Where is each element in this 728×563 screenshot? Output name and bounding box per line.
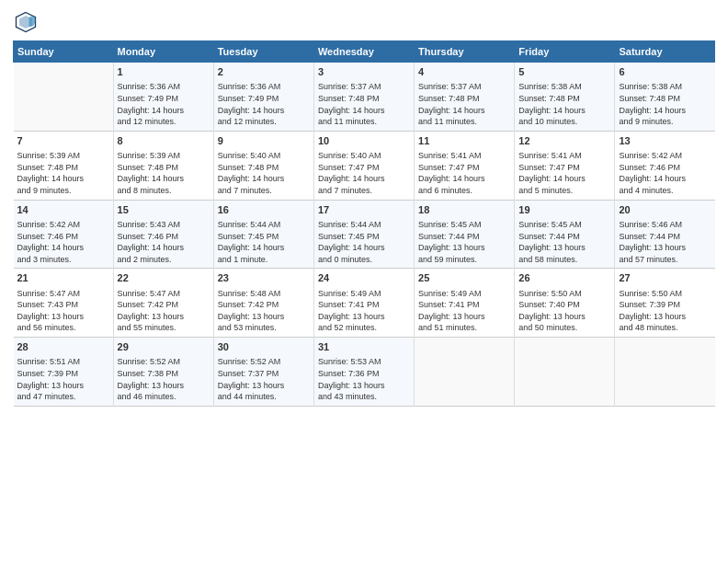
week-row-3: 14Sunrise: 5:42 AM Sunset: 7:46 PM Dayli… bbox=[14, 200, 715, 269]
calendar-cell: 10Sunrise: 5:40 AM Sunset: 7:47 PM Dayli… bbox=[313, 131, 414, 200]
cell-content: Sunrise: 5:41 AM Sunset: 7:47 PM Dayligh… bbox=[418, 150, 510, 196]
calendar-cell: 23Sunrise: 5:48 AM Sunset: 7:42 PM Dayli… bbox=[213, 269, 313, 338]
calendar-cell: 27Sunrise: 5:50 AM Sunset: 7:39 PM Dayli… bbox=[615, 269, 715, 338]
calendar-cell: 7Sunrise: 5:39 AM Sunset: 7:48 PM Daylig… bbox=[14, 131, 114, 200]
header-day-tuesday: Tuesday bbox=[213, 41, 313, 63]
calendar-cell: 20Sunrise: 5:46 AM Sunset: 7:44 PM Dayli… bbox=[615, 200, 715, 269]
cell-content: Sunrise: 5:42 AM Sunset: 7:46 PM Dayligh… bbox=[17, 219, 109, 265]
day-number: 18 bbox=[418, 203, 510, 217]
cell-content: Sunrise: 5:39 AM Sunset: 7:48 PM Dayligh… bbox=[17, 150, 109, 196]
cell-content: Sunrise: 5:49 AM Sunset: 7:41 PM Dayligh… bbox=[418, 288, 510, 334]
cell-content: Sunrise: 5:45 AM Sunset: 7:44 PM Dayligh… bbox=[518, 219, 610, 265]
day-number: 1 bbox=[118, 65, 210, 79]
day-number: 12 bbox=[518, 134, 610, 148]
cell-content: Sunrise: 5:50 AM Sunset: 7:39 PM Dayligh… bbox=[619, 288, 711, 334]
cell-content: Sunrise: 5:40 AM Sunset: 7:48 PM Dayligh… bbox=[218, 150, 310, 196]
cell-content: Sunrise: 5:37 AM Sunset: 7:48 PM Dayligh… bbox=[418, 81, 510, 127]
day-number: 8 bbox=[118, 134, 210, 148]
day-number: 3 bbox=[318, 65, 410, 79]
cell-content: Sunrise: 5:46 AM Sunset: 7:44 PM Dayligh… bbox=[619, 219, 711, 265]
day-number: 4 bbox=[418, 65, 510, 79]
cell-content: Sunrise: 5:42 AM Sunset: 7:46 PM Dayligh… bbox=[619, 150, 711, 196]
cell-content: Sunrise: 5:45 AM Sunset: 7:44 PM Dayligh… bbox=[418, 219, 510, 265]
calendar-cell: 28Sunrise: 5:51 AM Sunset: 7:39 PM Dayli… bbox=[14, 338, 114, 407]
header-day-wednesday: Wednesday bbox=[313, 41, 414, 63]
calendar-cell: 29Sunrise: 5:52 AM Sunset: 7:38 PM Dayli… bbox=[113, 338, 213, 407]
header-row: SundayMondayTuesdayWednesdayThursdayFrid… bbox=[14, 41, 715, 63]
header-day-monday: Monday bbox=[113, 41, 213, 63]
calendar-cell: 30Sunrise: 5:52 AM Sunset: 7:37 PM Dayli… bbox=[213, 338, 313, 407]
day-number: 30 bbox=[218, 340, 310, 354]
day-number: 21 bbox=[17, 271, 109, 285]
calendar-cell: 22Sunrise: 5:47 AM Sunset: 7:42 PM Dayli… bbox=[113, 269, 213, 338]
header-day-thursday: Thursday bbox=[415, 41, 515, 63]
day-number: 7 bbox=[17, 134, 109, 148]
day-number: 19 bbox=[518, 203, 610, 217]
day-number: 16 bbox=[218, 203, 310, 217]
calendar-cell: 18Sunrise: 5:45 AM Sunset: 7:44 PM Dayli… bbox=[415, 200, 515, 269]
cell-content: Sunrise: 5:43 AM Sunset: 7:46 PM Dayligh… bbox=[118, 219, 210, 265]
calendar-cell: 26Sunrise: 5:50 AM Sunset: 7:40 PM Dayli… bbox=[515, 269, 615, 338]
cell-content: Sunrise: 5:49 AM Sunset: 7:41 PM Dayligh… bbox=[318, 288, 410, 334]
day-number: 20 bbox=[619, 203, 711, 217]
day-number: 23 bbox=[218, 271, 310, 285]
header-day-sunday: Sunday bbox=[14, 41, 114, 63]
day-number: 29 bbox=[118, 340, 210, 354]
calendar-cell: 6Sunrise: 5:38 AM Sunset: 7:48 PM Daylig… bbox=[615, 63, 715, 132]
day-number: 15 bbox=[118, 203, 210, 217]
week-row-5: 28Sunrise: 5:51 AM Sunset: 7:39 PM Dayli… bbox=[14, 338, 715, 407]
logo bbox=[13, 9, 42, 35]
day-number: 13 bbox=[619, 134, 711, 148]
calendar-cell: 8Sunrise: 5:39 AM Sunset: 7:48 PM Daylig… bbox=[113, 131, 213, 200]
day-number: 25 bbox=[418, 271, 510, 285]
calendar-header: SundayMondayTuesdayWednesdayThursdayFrid… bbox=[14, 41, 715, 63]
cell-content: Sunrise: 5:52 AM Sunset: 7:38 PM Dayligh… bbox=[118, 356, 210, 402]
calendar-cell: 4Sunrise: 5:37 AM Sunset: 7:48 PM Daylig… bbox=[415, 63, 515, 132]
day-number: 22 bbox=[118, 271, 210, 285]
day-number: 5 bbox=[518, 65, 610, 79]
week-row-4: 21Sunrise: 5:47 AM Sunset: 7:43 PM Dayli… bbox=[14, 269, 715, 338]
calendar-cell: 14Sunrise: 5:42 AM Sunset: 7:46 PM Dayli… bbox=[14, 200, 114, 269]
cell-content: Sunrise: 5:41 AM Sunset: 7:47 PM Dayligh… bbox=[518, 150, 610, 196]
calendar-cell: 19Sunrise: 5:45 AM Sunset: 7:44 PM Dayli… bbox=[515, 200, 615, 269]
day-number: 2 bbox=[218, 65, 310, 79]
cell-content: Sunrise: 5:37 AM Sunset: 7:48 PM Dayligh… bbox=[318, 81, 410, 127]
day-number: 26 bbox=[518, 271, 610, 285]
calendar-cell: 25Sunrise: 5:49 AM Sunset: 7:41 PM Dayli… bbox=[415, 269, 515, 338]
day-number: 24 bbox=[318, 271, 410, 285]
cell-content: Sunrise: 5:44 AM Sunset: 7:45 PM Dayligh… bbox=[318, 219, 410, 265]
calendar-cell: 11Sunrise: 5:41 AM Sunset: 7:47 PM Dayli… bbox=[415, 131, 515, 200]
day-number: 31 bbox=[318, 340, 410, 354]
page: SundayMondayTuesdayWednesdayThursdayFrid… bbox=[0, 0, 728, 563]
cell-content: Sunrise: 5:36 AM Sunset: 7:49 PM Dayligh… bbox=[118, 81, 210, 127]
cell-content: Sunrise: 5:50 AM Sunset: 7:40 PM Dayligh… bbox=[518, 288, 610, 334]
calendar-table: SundayMondayTuesdayWednesdayThursdayFrid… bbox=[13, 40, 715, 407]
cell-content: Sunrise: 5:51 AM Sunset: 7:39 PM Dayligh… bbox=[17, 356, 109, 402]
calendar-cell: 2Sunrise: 5:36 AM Sunset: 7:49 PM Daylig… bbox=[213, 63, 313, 132]
day-number: 14 bbox=[17, 203, 109, 217]
day-number: 10 bbox=[318, 134, 410, 148]
calendar-cell: 13Sunrise: 5:42 AM Sunset: 7:46 PM Dayli… bbox=[615, 131, 715, 200]
calendar-cell: 5Sunrise: 5:38 AM Sunset: 7:48 PM Daylig… bbox=[515, 63, 615, 132]
calendar-cell: 9Sunrise: 5:40 AM Sunset: 7:48 PM Daylig… bbox=[213, 131, 313, 200]
cell-content: Sunrise: 5:40 AM Sunset: 7:47 PM Dayligh… bbox=[318, 150, 410, 196]
cell-content: Sunrise: 5:53 AM Sunset: 7:36 PM Dayligh… bbox=[318, 356, 410, 402]
cell-content: Sunrise: 5:38 AM Sunset: 7:48 PM Dayligh… bbox=[619, 81, 711, 127]
cell-content: Sunrise: 5:39 AM Sunset: 7:48 PM Dayligh… bbox=[118, 150, 210, 196]
calendar-cell: 3Sunrise: 5:37 AM Sunset: 7:48 PM Daylig… bbox=[313, 63, 414, 132]
calendar-body: 1Sunrise: 5:36 AM Sunset: 7:49 PM Daylig… bbox=[14, 63, 715, 407]
cell-content: Sunrise: 5:52 AM Sunset: 7:37 PM Dayligh… bbox=[218, 356, 310, 402]
header-day-friday: Friday bbox=[515, 41, 615, 63]
cell-content: Sunrise: 5:36 AM Sunset: 7:49 PM Dayligh… bbox=[218, 81, 310, 127]
calendar-cell: 31Sunrise: 5:53 AM Sunset: 7:36 PM Dayli… bbox=[313, 338, 414, 407]
cell-content: Sunrise: 5:47 AM Sunset: 7:43 PM Dayligh… bbox=[17, 288, 109, 334]
logo-icon bbox=[13, 9, 39, 35]
cell-content: Sunrise: 5:48 AM Sunset: 7:42 PM Dayligh… bbox=[218, 288, 310, 334]
calendar-cell: 21Sunrise: 5:47 AM Sunset: 7:43 PM Dayli… bbox=[14, 269, 114, 338]
day-number: 11 bbox=[418, 134, 510, 148]
day-number: 6 bbox=[619, 65, 711, 79]
calendar-cell bbox=[615, 338, 715, 407]
calendar-cell: 12Sunrise: 5:41 AM Sunset: 7:47 PM Dayli… bbox=[515, 131, 615, 200]
cell-content: Sunrise: 5:38 AM Sunset: 7:48 PM Dayligh… bbox=[518, 81, 610, 127]
calendar-cell: 17Sunrise: 5:44 AM Sunset: 7:45 PM Dayli… bbox=[313, 200, 414, 269]
